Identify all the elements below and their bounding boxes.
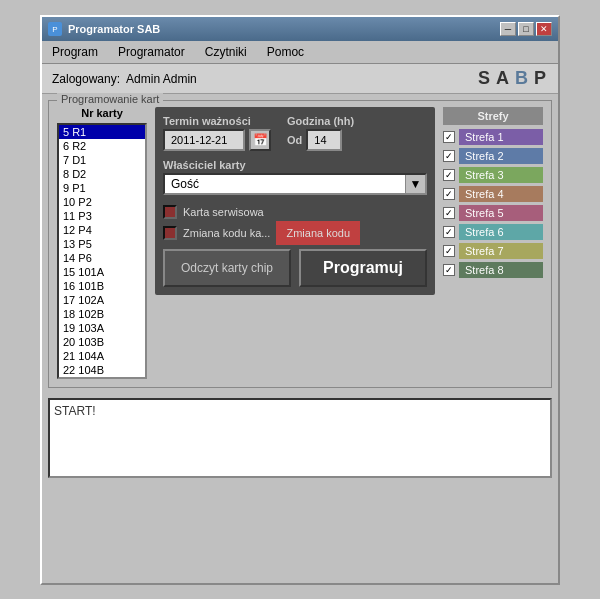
card-item[interactable]: 12 P4 [59, 223, 145, 237]
title-buttons: ─ □ ✕ [500, 22, 552, 36]
strefa-checkbox[interactable]: ✓ [443, 245, 455, 257]
main-content: Programowanie kart Nr karty 5 R16 R27 D1… [42, 94, 558, 583]
read-chip-button[interactable]: Odczyt karty chip [163, 249, 291, 287]
time-group: Godzina (hh) Od [287, 115, 354, 151]
calendar-button[interactable]: 📅 [249, 129, 271, 151]
change-code-button[interactable]: Zmiana kodu [276, 221, 360, 245]
time-input[interactable] [306, 129, 342, 151]
strefa-checkbox[interactable]: ✓ [443, 169, 455, 181]
minimize-button[interactable]: ─ [500, 22, 516, 36]
strefa-label: Strefa 8 [459, 262, 543, 278]
strefa-label: Strefa 6 [459, 224, 543, 240]
card-item[interactable]: 18 102B [59, 307, 145, 321]
menu-bar: Program Programator Czytniki Pomoc [42, 41, 558, 64]
action-buttons: Odczyt karty chip Programuj [163, 249, 427, 287]
change-code-checkbox[interactable] [163, 226, 177, 240]
change-code-check-label: Zmiana kodu ka... [183, 227, 270, 239]
card-list-header: Nr karty [57, 107, 147, 119]
logo-a: A [494, 68, 511, 89]
date-group: Termin ważności 📅 [163, 115, 271, 151]
strefa-item: ✓Strefa 7 [443, 243, 543, 259]
card-item[interactable]: 7 D1 [59, 153, 145, 167]
date-time-row: Termin ważności 📅 Godzina (hh) [163, 115, 427, 151]
service-card-checkbox[interactable] [163, 205, 177, 219]
strefa-item: ✓Strefa 2 [443, 148, 543, 164]
strefa-item: ✓Strefa 3 [443, 167, 543, 183]
strefa-label: Strefa 7 [459, 243, 543, 259]
card-item[interactable]: 5 R1 [59, 125, 145, 139]
change-code-row: Zmiana kodu ka... Zmiana kodu [163, 221, 427, 245]
card-list-panel: Nr karty 5 R16 R27 D18 D29 P110 P211 P31… [57, 107, 147, 379]
owner-group: Właściciel karty Gość ▼ [163, 159, 427, 195]
title-bar: P Programator SAB ─ □ ✕ [42, 17, 558, 41]
strefa-label: Strefa 3 [459, 167, 543, 183]
strefa-checkbox[interactable]: ✓ [443, 131, 455, 143]
card-item[interactable]: 17 102A [59, 293, 145, 307]
logged-label: Zalogowany: [52, 72, 120, 86]
menu-czytniki[interactable]: Czytniki [199, 43, 253, 61]
programming-section: Programowanie kart Nr karty 5 R16 R27 D1… [48, 100, 552, 388]
card-item[interactable]: 22 104B [59, 363, 145, 377]
programming-area: Nr karty 5 R16 R27 D18 D29 P110 P211 P31… [57, 107, 543, 379]
log-panel: START! [48, 398, 552, 478]
card-item[interactable]: 16 101B [59, 279, 145, 293]
card-item[interactable]: 21 104A [59, 349, 145, 363]
date-label: Termin ważności [163, 115, 271, 127]
strefa-checkbox[interactable]: ✓ [443, 188, 455, 200]
strefa-label: Strefa 2 [459, 148, 543, 164]
title-bar-left: P Programator SAB [48, 22, 160, 36]
owner-arrow-btn[interactable]: ▼ [405, 175, 425, 193]
middle-panel: Termin ważności 📅 Godzina (hh) [155, 107, 435, 379]
dark-panel: Termin ważności 📅 Godzina (hh) [155, 107, 435, 295]
strefy-header: Strefy [443, 107, 543, 125]
service-card-row: Karta serwisowa [163, 203, 427, 221]
time-label: Godzina (hh) [287, 115, 354, 127]
strefa-label: Strefa 4 [459, 186, 543, 202]
card-item[interactable]: 13 P5 [59, 237, 145, 251]
card-item[interactable]: 9 P1 [59, 181, 145, 195]
card-item[interactable]: 20 103B [59, 335, 145, 349]
logo-s: S [476, 68, 492, 89]
window-icon: P [48, 22, 62, 36]
menu-programator[interactable]: Programator [112, 43, 191, 61]
strefa-item: ✓Strefa 8 [443, 262, 543, 278]
logo-b: B [513, 68, 530, 89]
card-list[interactable]: 5 R16 R27 D18 D29 P110 P211 P312 P413 P5… [57, 123, 147, 379]
owner-value: Gość [165, 175, 405, 193]
strefa-item: ✓Strefa 1 [443, 129, 543, 145]
card-item[interactable]: 14 P6 [59, 251, 145, 265]
strefa-checkbox[interactable]: ✓ [443, 207, 455, 219]
time-input-row: Od [287, 129, 354, 151]
calendar-icon: 📅 [253, 133, 268, 147]
strefa-item: ✓Strefa 4 [443, 186, 543, 202]
strefy-panel: Strefy ✓Strefa 1✓Strefa 2✓Strefa 3✓Stref… [443, 107, 543, 379]
strefa-checkbox[interactable]: ✓ [443, 264, 455, 276]
card-item[interactable]: 15 101A [59, 265, 145, 279]
strefa-item: ✓Strefa 5 [443, 205, 543, 221]
card-item[interactable]: 6 R2 [59, 139, 145, 153]
owner-dropdown[interactable]: Gość ▼ [163, 173, 427, 195]
maximize-button[interactable]: □ [518, 22, 534, 36]
date-input-row: 📅 [163, 129, 271, 151]
status-bar: Zalogowany: Admin Admin S A B P [42, 64, 558, 94]
logo-area: S A B P [476, 68, 548, 89]
strefa-checkbox[interactable]: ✓ [443, 150, 455, 162]
card-item[interactable]: 19 103A [59, 321, 145, 335]
strefy-list: ✓Strefa 1✓Strefa 2✓Strefa 3✓Strefa 4✓Str… [443, 129, 543, 281]
strefa-item: ✓Strefa 6 [443, 224, 543, 240]
strefa-checkbox[interactable]: ✓ [443, 226, 455, 238]
date-input[interactable] [163, 129, 245, 151]
login-info: Zalogowany: Admin Admin [52, 72, 197, 86]
strefa-label: Strefa 1 [459, 129, 543, 145]
menu-pomoc[interactable]: Pomoc [261, 43, 310, 61]
owner-label: Właściciel karty [163, 159, 427, 171]
menu-program[interactable]: Program [46, 43, 104, 61]
strefa-label: Strefa 5 [459, 205, 543, 221]
time-od-label: Od [287, 134, 302, 146]
program-button[interactable]: Programuj [299, 249, 427, 287]
card-item[interactable]: 11 P3 [59, 209, 145, 223]
close-button[interactable]: ✕ [536, 22, 552, 36]
section-title: Programowanie kart [57, 93, 163, 105]
card-item[interactable]: 10 P2 [59, 195, 145, 209]
card-item[interactable]: 8 D2 [59, 167, 145, 181]
